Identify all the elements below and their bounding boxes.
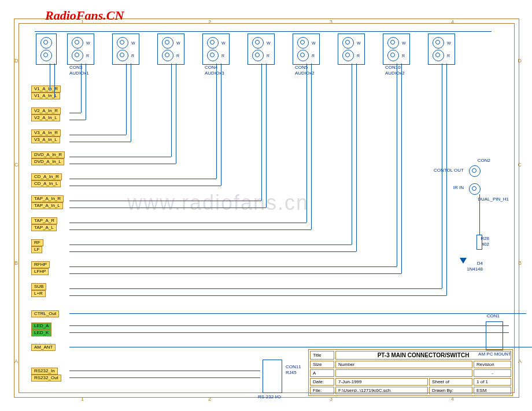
ruler-row: D (14, 58, 19, 64)
r28-val: 402 (482, 242, 489, 247)
signal-tag: CD_A_In_R (31, 173, 62, 180)
wire (69, 223, 306, 223)
wire (69, 113, 81, 113)
wire (69, 347, 532, 347)
wire (266, 64, 267, 208)
pin-w: W (402, 41, 406, 45)
ruler-col: 1 (81, 19, 84, 25)
signal-tag: V2_A_In_R (31, 108, 61, 114)
pin-w: W (131, 41, 135, 45)
ruler-col: 3 (330, 396, 332, 402)
wire (69, 229, 311, 230)
sheet-val: 1 of 1 (474, 378, 511, 386)
wire (69, 179, 216, 179)
pin-w: W (86, 41, 90, 45)
signal-tag: TAP_A_R (31, 217, 57, 224)
pin-r: R (131, 54, 135, 58)
schematic-canvas: RadioFans.CN www.radiofans.cn 11223344AA… (0, 0, 532, 411)
pin-r: R (447, 54, 451, 58)
signal-tag: TAP_A_In_R (31, 195, 64, 202)
ruler-col: 4 (451, 396, 454, 402)
pin-r: R (267, 54, 271, 58)
wire (171, 64, 172, 157)
signal-tag: RS232_Out (31, 375, 61, 382)
drawn-val: ESM (474, 387, 511, 394)
file-lbl: File: (310, 387, 334, 394)
signal-tag: RF (31, 239, 43, 246)
sheet-lbl: Sheet of (429, 378, 472, 386)
signal-tag: V3_A_In_R (31, 129, 61, 136)
number-lbl: Number (335, 361, 472, 368)
ruler-col: 3 (330, 19, 332, 25)
size-val: A (310, 369, 334, 377)
wire (69, 142, 131, 142)
d4-diode (460, 258, 467, 264)
control-out-label: CONTOL OUT (434, 168, 464, 173)
pin-r: R (86, 54, 90, 58)
pin-w: W (176, 41, 180, 45)
ruler-col: 2 (208, 396, 211, 402)
audio-connector: WR (428, 34, 455, 65)
wire (69, 313, 526, 314)
wire (69, 377, 260, 378)
signal-tag: LF (31, 246, 42, 253)
signal-tag: LFHP (31, 268, 49, 275)
date-val: 7-Jun-1999 (335, 378, 428, 386)
signal-tag: RS232_In (31, 368, 58, 375)
wire (86, 64, 86, 120)
drawn-lbl: Drawn By: (429, 387, 472, 394)
pin-r: R (357, 54, 361, 58)
signal-tag: RFHP (31, 261, 50, 268)
audio-connector (36, 34, 57, 65)
r28-wire (479, 194, 480, 235)
signal-tag: V1_A_In_L (31, 92, 60, 99)
pin-w: W (357, 41, 361, 45)
audio-connector: WR (338, 34, 365, 65)
wire (69, 295, 446, 296)
wire (69, 288, 442, 289)
wire (131, 64, 131, 142)
wire (69, 251, 356, 252)
audio-connector: WR (112, 34, 139, 65)
wire (69, 186, 221, 186)
signal-tag: DVD_A_In_L (31, 158, 64, 165)
audio-connector: WR (157, 34, 184, 65)
wire (69, 371, 260, 371)
signal-tag: CD_A_In_L (31, 180, 61, 187)
ruler-row: D (518, 58, 522, 64)
con1-ref: CON1 (487, 313, 500, 319)
pin-r: R (402, 54, 406, 58)
pin-r: R (312, 54, 316, 58)
rj45-body (263, 360, 282, 393)
signal-tag: V3_A_In_L (31, 136, 60, 143)
wire (176, 64, 176, 164)
ruler-col: 1 (81, 396, 84, 402)
wire (69, 135, 126, 135)
ruler-row: B (518, 260, 522, 266)
ruler-row: A (518, 358, 522, 364)
pin-w: W (312, 41, 316, 45)
signal-tag: L+R (31, 290, 46, 297)
ruler-row: B (14, 260, 18, 266)
size-lbl: Size (310, 361, 334, 368)
audio-connector: WRCON5AUDIOx2 (293, 34, 320, 65)
signal-tag: TAP_A_In_L (31, 202, 63, 209)
wire (69, 266, 397, 267)
wire (69, 245, 352, 245)
rj45-ref: CON11 (286, 364, 301, 369)
wire (50, 64, 50, 91)
pin-w: W (447, 41, 451, 45)
wire (35, 31, 492, 32)
wire (446, 64, 447, 295)
wire (69, 120, 86, 120)
pin-w: W (221, 41, 226, 45)
wire (401, 64, 402, 273)
wire (69, 273, 401, 274)
wire (442, 64, 442, 288)
signal-tag: DVD_A_In_R (31, 151, 65, 158)
pin-r: R (221, 54, 226, 58)
wire (69, 208, 266, 208)
signal-tag: SUB (31, 283, 46, 290)
wire (306, 64, 307, 223)
watermark: www.radiofans.cn (127, 191, 309, 215)
